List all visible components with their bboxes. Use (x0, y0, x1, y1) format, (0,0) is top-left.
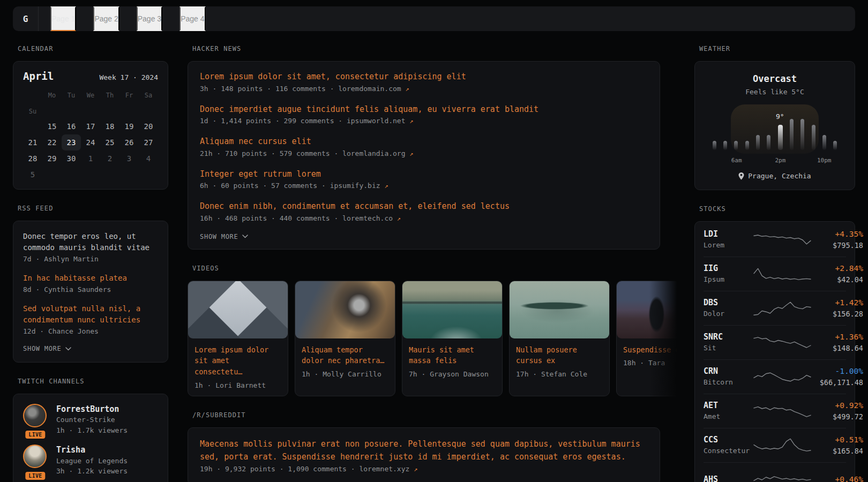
video-thumbnail[interactable] (510, 281, 609, 338)
rss-item-meta: 12d · Chance Jones (23, 327, 158, 335)
video-card[interactable]: Mauris sit amet massa felis 7h · Grayson… (402, 281, 503, 397)
video-meta: 7h · Grayson Dawson (409, 370, 496, 378)
chevron-down-icon (65, 347, 71, 351)
hn-item-domain[interactable]: ipsumworld.net (347, 117, 406, 125)
stock-change: +4.35% (812, 229, 863, 240)
hn-item: Aliquam nec cursus elit 21h · 710 points… (200, 135, 648, 157)
nav-tab[interactable]: Page 1 (50, 6, 76, 31)
hn-item-title[interactable]: Integer eget rutrum lorem (200, 168, 648, 180)
live-badge: LIVE (24, 430, 46, 440)
video-title[interactable]: Nullam posuere cursus ex (516, 344, 603, 367)
calendar-section: CALENDAR April Week 17 · 2024 MoTuWeThFr… (13, 45, 168, 190)
stocks-section: STOCKS LDI Lorem +4.35% (694, 205, 855, 482)
video-card[interactable]: Suspendisse diam 18h · Tara (616, 281, 679, 397)
weather-bar (812, 125, 815, 150)
external-link-icon: ↗ (409, 150, 413, 157)
calendar-day: 29 (42, 150, 62, 167)
twitch-channel[interactable]: LIVE Trisha League of Legends 3h · 1.2k … (23, 445, 158, 476)
stock-identity: LDI Lorem (704, 229, 753, 251)
channel-info: Trisha League of Legends 3h · 1.2k viewe… (56, 445, 128, 476)
weekday-header: Mo (42, 88, 62, 102)
hn-show-more-button[interactable]: SHOW MORE (200, 233, 248, 240)
hn-item-domain[interactable]: loremdomain.com (338, 85, 401, 93)
calendar-day: 23 (62, 134, 81, 150)
weather-time-labels: 6am 2pm 10pm (709, 157, 841, 165)
rss-item-title[interactable]: Donec tempor eros leo, ut commodo mauris… (23, 231, 158, 253)
calendar-day: 2 (100, 150, 119, 167)
twitch-section-title: TWITCH CHANNELS (18, 378, 168, 385)
rss-section: RSS FEED Donec tempor eros leo, ut commo… (13, 205, 168, 363)
rss-show-more-button[interactable]: SHOW MORE (23, 345, 71, 352)
hn-item-domain[interactable]: ipsumify.biz (330, 182, 380, 190)
hn-item-title[interactable]: Donec imperdiet augue tincidunt felis al… (200, 103, 648, 116)
hn-item-title[interactable]: Lorem ipsum dolor sit amet, consectetur … (200, 71, 648, 83)
app-navbar: G Page 1Page 2Page 3Page 4 (13, 6, 855, 31)
video-thumbnail[interactable] (617, 281, 679, 338)
app-logo[interactable]: G (13, 6, 39, 31)
hackernews-list: Lorem ipsum dolor sit amet, consectetur … (200, 71, 648, 222)
hn-item-domain[interactable]: loremtech.co (342, 214, 393, 222)
stock-row: AHS +0.46% (704, 463, 846, 482)
weekday-header: Su (23, 104, 42, 118)
calendar-day: 17 (81, 118, 100, 134)
weather-bar (734, 141, 738, 150)
weather-bars (709, 104, 841, 150)
video-card[interactable]: Aliquam tempor dolor nec pharetra… 1h · … (295, 281, 395, 397)
weather-bar (778, 125, 783, 150)
stock-sparkline-wrap (753, 265, 812, 283)
video-title[interactable]: Mauris sit amet massa felis (409, 344, 496, 367)
nav-tab[interactable]: Page 2 (93, 6, 119, 31)
video-title[interactable]: Lorem ipsum dolor sit amet consectetu… (194, 344, 281, 378)
video-thumbnail[interactable] (188, 281, 288, 338)
stock-row: DBS Dolor +1.42% $156.28 (704, 291, 846, 326)
video-card-body: Aliquam tempor dolor nec pharetra… 1h · … (295, 338, 395, 385)
hn-item-meta: 16h · 468 points · 440 comments · loremt… (200, 214, 648, 222)
video-title[interactable]: Aliquam tempor dolor nec pharetra… (302, 344, 388, 367)
video-card[interactable]: Lorem ipsum dolor sit amet consectetu… 1… (188, 281, 288, 397)
calendar-day: 30 (62, 150, 81, 167)
hn-item-stats: 1d · 1,414 points · 299 comments · (200, 117, 347, 125)
reddit-post: Maecenas mollis pulvinar erat non posuer… (200, 438, 648, 473)
weather-current-temp: 9° (776, 112, 784, 120)
stock-price: $66,171.48 (812, 377, 863, 388)
twitch-channel[interactable]: LIVE ForrestBurton Counter-Strike 1h · 1… (23, 404, 158, 435)
hn-item-title[interactable]: Aliquam nec cursus elit (200, 135, 648, 148)
stock-name: Bitcorn (704, 378, 753, 388)
calendar-day: 22 (42, 134, 62, 150)
avatar (23, 445, 47, 468)
reddit-post-domain[interactable]: loremnet.xyz (359, 465, 409, 473)
channel-name[interactable]: ForrestBurton (56, 404, 128, 415)
stock-sparkline-wrap (753, 402, 812, 420)
rss-item-title[interactable]: Sed volutpat nulla nisl, a condimentum n… (23, 303, 158, 326)
stock-values: +0.46% (812, 474, 863, 482)
stock-row: IIG Ipsum +2.84% $42.04 (704, 257, 846, 291)
hn-item-meta: 21h · 710 points · 579 comments · loreml… (200, 149, 648, 157)
video-thumbnail[interactable] (295, 281, 395, 338)
stock-name: Lorem (704, 240, 753, 251)
nav-tab[interactable]: Page 3 (137, 6, 162, 31)
hn-item-title[interactable]: Donec enim nibh, condimentum et accumsan… (200, 200, 648, 213)
hn-item-domain[interactable]: loremlandia.org (342, 149, 405, 157)
stock-price: $795.18 (812, 240, 863, 251)
calendar-day: 26 (119, 134, 139, 150)
show-more-label: SHOW MORE (200, 233, 238, 240)
video-title[interactable]: Suspendisse diam (623, 344, 679, 356)
stock-symbol: CRN (704, 366, 753, 378)
weather-time-label: 2pm (775, 157, 785, 164)
hn-item: Lorem ipsum dolor sit amet, consectetur … (200, 71, 648, 93)
rss-item-meta: 8d · Cynthia Saunders (23, 285, 158, 293)
video-thumbnail[interactable] (402, 281, 502, 338)
nav-tab[interactable]: Page 4 (179, 6, 205, 31)
stock-sparkline-wrap (753, 368, 812, 386)
stock-price: $42.04 (812, 274, 863, 285)
channel-name[interactable]: Trisha (56, 445, 128, 455)
video-card[interactable]: Nullam posuere cursus ex 17h · Stefan Co… (509, 281, 610, 397)
avatar-wrapper: LIVE (23, 404, 48, 435)
rss-item-title[interactable]: In hac habitasse platea (23, 273, 158, 284)
weather-section-title: WEATHER (699, 45, 855, 52)
weather-location: Prague, Czechia (748, 172, 811, 180)
video-meta: 17h · Stefan Cole (516, 370, 603, 378)
reddit-post-title[interactable]: Maecenas mollis pulvinar erat non posuer… (200, 438, 648, 463)
chevron-down-icon (242, 235, 248, 238)
stock-row: AET Amet +0.92% $499.72 (704, 394, 846, 428)
